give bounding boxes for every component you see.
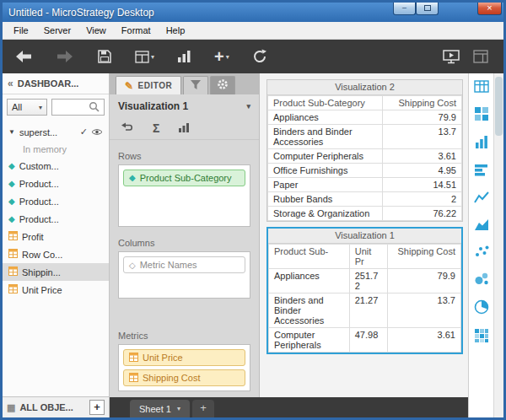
attribute-label: Custom... bbox=[19, 161, 59, 171]
minimize-button[interactable]: – bbox=[393, 3, 416, 15]
pill-label: Shipping Cost bbox=[143, 373, 201, 383]
expand-caret-icon[interactable]: ▼ bbox=[8, 128, 15, 136]
metric-item-selected[interactable]: Shippin... bbox=[3, 263, 109, 281]
metric-item[interactable]: Unit Price bbox=[3, 281, 109, 299]
column-header[interactable]: Unit Pr bbox=[349, 245, 388, 269]
columns-pill-metric-names[interactable]: ◇ Metric Names bbox=[123, 256, 245, 273]
dashboard-canvas[interactable]: Visualization 2 Product Sub-Category Shi… bbox=[260, 73, 468, 397]
column-header[interactable]: Shipping Cost bbox=[388, 245, 461, 269]
tab-editor[interactable]: ✎ EDITOR bbox=[116, 76, 181, 94]
columns-drop-zone[interactable]: ◇ Metric Names bbox=[118, 251, 250, 299]
rows-drop-zone[interactable]: ◆ Product Sub-Category bbox=[118, 164, 250, 227]
visualization-selector[interactable]: Visualization 1 ▾ bbox=[110, 94, 259, 117]
metrics-pill-shipping-cost[interactable]: Shipping Cost bbox=[123, 369, 245, 386]
add-data-icon[interactable]: ▾ bbox=[135, 51, 154, 63]
add-object-button[interactable]: + bbox=[89, 400, 105, 415]
attribute-item[interactable]: ◆ Product... bbox=[3, 210, 109, 228]
column-header[interactable]: Shipping Cost bbox=[382, 96, 461, 110]
metric-item[interactable]: Row Co... bbox=[3, 245, 109, 263]
horizontal-bar-icon[interactable] bbox=[474, 163, 489, 177]
main-area: « DASHBOAR... All ▾ ▼ superst... bbox=[3, 73, 503, 417]
tab-properties[interactable] bbox=[210, 76, 235, 94]
metric-icon bbox=[129, 373, 138, 384]
datasets-panel: « DASHBOAR... All ▾ ▼ superst... bbox=[3, 73, 110, 417]
column-header[interactable]: Product Sub-Category bbox=[268, 96, 383, 110]
pie-chart-icon[interactable] bbox=[474, 299, 489, 315]
editor-panel: ✎ EDITOR bbox=[110, 73, 260, 397]
insert-visualization-icon[interactable] bbox=[177, 50, 191, 63]
table-cell: 251.72 bbox=[349, 269, 388, 293]
forward-icon[interactable] bbox=[56, 50, 74, 63]
metric-label: Row Co... bbox=[22, 250, 62, 260]
bar-chart-icon[interactable] bbox=[474, 135, 489, 149]
scrollbar-thumb[interactable] bbox=[495, 77, 503, 136]
line-chart-icon[interactable] bbox=[474, 191, 489, 204]
window-layout-icon[interactable] bbox=[473, 50, 488, 64]
metrics-pill-unit-price[interactable]: Unit Price bbox=[123, 349, 245, 366]
table-cell: 79.9 bbox=[388, 269, 461, 293]
collapse-panel-icon[interactable]: « bbox=[8, 78, 13, 89]
rows-pill-product-sub-category[interactable]: ◆ Product Sub-Category bbox=[123, 170, 245, 186]
add-icon[interactable]: + ▾ bbox=[214, 49, 229, 64]
close-button[interactable]: × bbox=[477, 3, 502, 15]
menu-format[interactable]: Format bbox=[114, 23, 159, 38]
object-type-dropdown[interactable]: All ▾ bbox=[7, 99, 47, 116]
pencil-icon: ✎ bbox=[125, 80, 134, 92]
grid-icon[interactable] bbox=[474, 106, 489, 121]
save-icon[interactable] bbox=[97, 49, 112, 64]
attribute-item[interactable]: ◆ Product... bbox=[3, 192, 109, 210]
add-sheet-button[interactable]: + bbox=[192, 400, 214, 417]
attribute-item[interactable]: ◆ Custom... bbox=[3, 157, 109, 175]
maximize-icon bbox=[424, 5, 431, 11]
presentation-mode-icon[interactable] bbox=[443, 50, 460, 64]
dataset-node[interactable]: ▼ superst... ✓ bbox=[3, 123, 109, 141]
heatmap-icon[interactable] bbox=[474, 328, 489, 343]
area-chart-icon[interactable] bbox=[474, 218, 489, 231]
visualization-2-title[interactable]: Visualization 2 bbox=[267, 80, 462, 95]
attribute-icon: ◆ bbox=[8, 180, 15, 188]
eye-icon[interactable] bbox=[91, 127, 103, 137]
refresh-icon[interactable] bbox=[252, 49, 267, 64]
scatter-icon[interactable] bbox=[474, 245, 489, 258]
mini-chart-icon[interactable] bbox=[178, 121, 190, 136]
metrics-drop-zone[interactable]: Unit Price Shipping Cost bbox=[118, 344, 250, 391]
maximize-button[interactable] bbox=[416, 3, 439, 15]
table-cell: Binders and Binder Accessories bbox=[269, 293, 350, 328]
header-row: Product Sub-Category Shipping Cost bbox=[268, 96, 462, 110]
menu-file[interactable]: File bbox=[6, 23, 36, 38]
metric-icon bbox=[8, 249, 18, 260]
swap-axes-icon[interactable] bbox=[121, 121, 134, 136]
menu-help[interactable]: Help bbox=[159, 23, 193, 38]
attribute-icon: ◆ bbox=[129, 174, 136, 182]
all-objects-bar[interactable]: ▦ ALL OBJE... + bbox=[3, 396, 109, 417]
menu-view[interactable]: View bbox=[78, 23, 114, 38]
visualization-1[interactable]: Visualization 1 Product Sub- Unit Pr Shi… bbox=[266, 227, 463, 354]
vertical-scrollbar[interactable] bbox=[493, 73, 503, 417]
chevron-down-icon: ▾ bbox=[246, 102, 250, 110]
table-icon[interactable] bbox=[474, 80, 489, 93]
columns-zone-label: Columns bbox=[118, 238, 250, 248]
table-cell: Binders and Binder Accessories bbox=[268, 125, 383, 149]
sigma-icon[interactable]: Σ bbox=[153, 121, 159, 135]
table-row: Rubber Bands 2 bbox=[268, 192, 462, 207]
header-row: Product Sub- Unit Pr Shipping Cost bbox=[269, 245, 461, 269]
back-icon[interactable] bbox=[14, 50, 33, 63]
menu-server[interactable]: Server bbox=[36, 23, 78, 38]
table-cell: 4.95 bbox=[382, 164, 461, 178]
visualization-1-title[interactable]: Visualization 1 bbox=[268, 229, 461, 244]
bubble-icon[interactable] bbox=[474, 272, 489, 286]
all-objects-label: ALL OBJE... bbox=[19, 402, 73, 412]
attribute-item[interactable]: ◆ Product... bbox=[3, 175, 109, 192]
column-header[interactable]: Product Sub- bbox=[269, 245, 350, 269]
table-cell: 21.27 bbox=[349, 293, 388, 328]
table-cell: 3.61 bbox=[388, 328, 461, 353]
tab-filter[interactable] bbox=[183, 76, 208, 94]
funnel-icon bbox=[190, 78, 202, 94]
check-icon: ✓ bbox=[80, 127, 88, 137]
search-input[interactable] bbox=[51, 99, 105, 116]
table-row: Computer Peripherals 47.98 3.61 bbox=[269, 328, 461, 353]
metric-item[interactable]: Profit bbox=[3, 228, 109, 245]
visualization-2[interactable]: Visualization 2 Product Sub-Category Shi… bbox=[266, 79, 463, 222]
sheet-tab[interactable]: Sheet 1 ▾ bbox=[130, 400, 190, 417]
attribute-icon: ◆ bbox=[8, 215, 15, 223]
